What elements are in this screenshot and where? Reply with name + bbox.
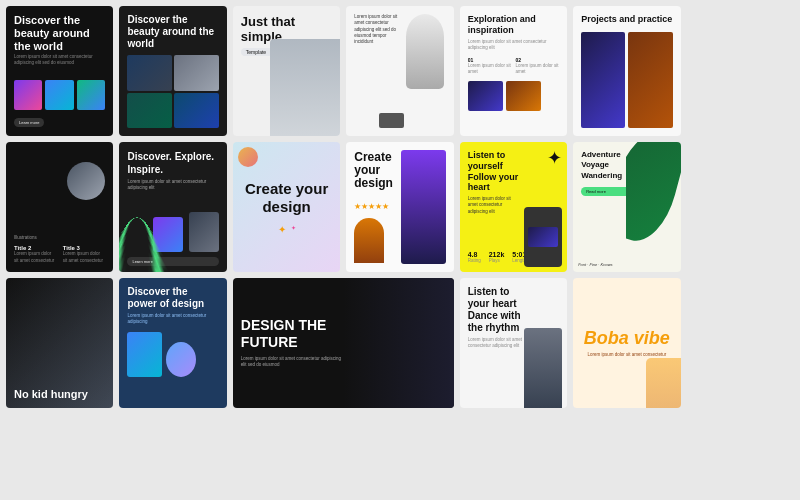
card-title: Discover. Explore. Inspire.	[127, 150, 218, 176]
card-listen-heart[interactable]: Listen to your heart Dance with the rhyt…	[460, 278, 567, 408]
arch-image	[270, 39, 340, 137]
card-body: Lorem ipsum dolor sit amet consectetur a…	[354, 14, 404, 45]
card-projects-practice[interactable]: Projects and practice	[573, 6, 680, 136]
main-grid: Discover the beauty around the world Lor…	[0, 0, 800, 414]
image-row	[581, 32, 672, 128]
card-body: Lorem ipsum dolor sit amet consectetur a…	[468, 337, 523, 350]
card-title: Discover the power of design	[127, 286, 218, 310]
row-3: No kid hungry Discover the power of desi…	[6, 278, 794, 408]
device-image	[379, 113, 404, 128]
card-discover-beauty-dark[interactable]: Discover the beauty around the world Lor…	[6, 6, 113, 136]
col-2: Title 3 Lorem ipsum dolor sit amet conse…	[63, 245, 106, 264]
img-warm	[628, 32, 672, 128]
star-1: ✦	[278, 224, 286, 235]
card-title: Projects and practice	[581, 14, 672, 24]
star-2: ✦	[291, 224, 296, 235]
img-space	[468, 81, 503, 111]
face-image	[401, 150, 446, 264]
card-boba-vibe[interactable]: Boba vibe Lorem ipsum dolor sit amet con…	[573, 278, 680, 408]
img-fog	[174, 55, 219, 91]
shape-1	[127, 332, 162, 377]
star-icon: ★★★★★	[354, 202, 389, 211]
photo-shape	[189, 212, 218, 252]
card-title: Listen to your heart Dance with the rhyt…	[468, 286, 527, 334]
learn-more-btn[interactable]: Learn more	[14, 118, 44, 127]
card-title: Discover the beauty around the world	[14, 14, 105, 54]
sub-text-2: Lorem ipsum dolor sit amet	[515, 63, 559, 76]
card-signs[interactable]: Illustrations Title 2 Lorem ipsum dolor …	[6, 142, 113, 272]
shapes-area	[127, 332, 218, 377]
row-2: Illustrations Title 2 Lorem ipsum dolor …	[6, 142, 794, 272]
thumb-purple	[14, 80, 42, 110]
card-listen-yellow[interactable]: Listen to yourself Follow your heart Lor…	[460, 142, 567, 272]
sub-items: 01 Lorem ipsum dolor sit amet 02 Lorem i…	[468, 57, 559, 76]
phone-image	[524, 207, 562, 267]
stat-label-1: Rating	[468, 258, 481, 264]
img-gold	[506, 81, 541, 111]
columns: Title 2 Lorem ipsum dolor sit amet conse…	[14, 245, 105, 264]
col-text-1: Lorem ipsum dolor sit amet consectetur	[14, 251, 57, 264]
col-1: Title 2 Lorem ipsum dolor sit amet conse…	[14, 245, 57, 264]
stat-1: 4.8 Rating	[468, 251, 481, 264]
card-vase[interactable]: Lorem ipsum dolor sit amet consectetur a…	[346, 6, 453, 136]
face-overlay	[343, 278, 453, 408]
sub-text-1: Lorem ipsum dolor sit amet	[468, 63, 512, 76]
card-title: Create your design	[241, 180, 332, 216]
arch-shape	[354, 218, 384, 263]
img-lake	[174, 93, 219, 129]
boba-cup	[646, 358, 681, 408]
card-title: Adventure Voyage Wandering	[581, 150, 631, 181]
card-create-design-face[interactable]: Create your design ★★★★★	[346, 142, 453, 272]
vase-image	[406, 14, 444, 89]
cube-shape	[153, 217, 183, 252]
thumb-blue	[45, 80, 73, 110]
stat-value-2: 212k	[489, 251, 505, 258]
subtitle: Illustrations	[14, 235, 105, 241]
orb-decor	[238, 147, 258, 167]
col-text-2: Lorem ipsum dolor sit amet consectetur	[63, 251, 106, 264]
card-discover-beauty-grid[interactable]: Discover the beauty around the world	[119, 6, 226, 136]
card-body: Lorem ipsum dolor sit amet consectetur a…	[241, 356, 343, 369]
card-title: Listen to yourself Follow your heart	[468, 150, 523, 193]
card-no-kid-hungry[interactable]: No kid hungry	[6, 278, 113, 408]
visual-area	[127, 197, 218, 252]
card-just-simple[interactable]: Just that simple Template	[233, 6, 340, 136]
leaf-area	[626, 142, 681, 272]
sphere-image	[67, 162, 105, 200]
stat-label-2: Plays	[489, 258, 505, 264]
card-exploration[interactable]: Exploration and inspiration Lorem ipsum …	[460, 6, 567, 136]
card-create-design-gradient[interactable]: Create your design ✦ ✦	[233, 142, 340, 272]
stat-2: 212k Plays	[489, 251, 505, 264]
card-power-design[interactable]: Discover the power of design Lorem ipsum…	[119, 278, 226, 408]
card-title: Boba vibe	[584, 328, 670, 349]
img-mountain	[127, 55, 172, 91]
stars-row: ★★★★★	[354, 195, 395, 213]
row-1: Discover the beauty around the world Lor…	[6, 6, 794, 136]
star-decors: ✦ ✦	[278, 224, 296, 235]
card-body: Lorem ipsum dolor sit amet consectetur a…	[14, 54, 105, 67]
card-design-future[interactable]: DESIGN THE FUTURE Lorem ipsum dolor sit …	[233, 278, 454, 408]
card-body: Lorem ipsum dolor sit amet consectetur a…	[468, 196, 518, 215]
image-thumbs	[468, 81, 559, 111]
card-discover-explore[interactable]: Discover. Explore. Inspire. Lorem ipsum …	[119, 142, 226, 272]
img-cosmos	[581, 32, 625, 128]
sub-item-2: 02 Lorem ipsum dolor sit amet	[515, 57, 559, 76]
font-preview: Font · Fine · Knows	[578, 262, 612, 267]
star-decor: ✦	[547, 147, 562, 169]
card-body: Lorem ipsum dolor sit amet consectetur a…	[127, 313, 218, 326]
card-title: No kid hungry	[14, 388, 105, 400]
card-adventure[interactable]: Adventure Voyage Wandering Read more Fon…	[573, 142, 680, 272]
card-title: Exploration and inspiration	[468, 14, 559, 36]
shape-2	[166, 342, 196, 377]
card-title: DESIGN THE FUTURE	[241, 317, 354, 351]
person-image	[524, 328, 562, 408]
leaf-image	[626, 142, 681, 248]
screen	[528, 227, 558, 247]
card-body: Lorem ipsum dolor sit amet consectetur a…	[468, 39, 559, 52]
card-title: Create your design	[354, 151, 395, 191]
thumb-green	[77, 80, 105, 110]
card-body: Lorem ipsum dolor sit amet consectetur a…	[127, 179, 218, 192]
stat-value-1: 4.8	[468, 251, 481, 258]
sub-item-1: 01 Lorem ipsum dolor sit amet	[468, 57, 512, 76]
img-forest	[127, 93, 172, 129]
